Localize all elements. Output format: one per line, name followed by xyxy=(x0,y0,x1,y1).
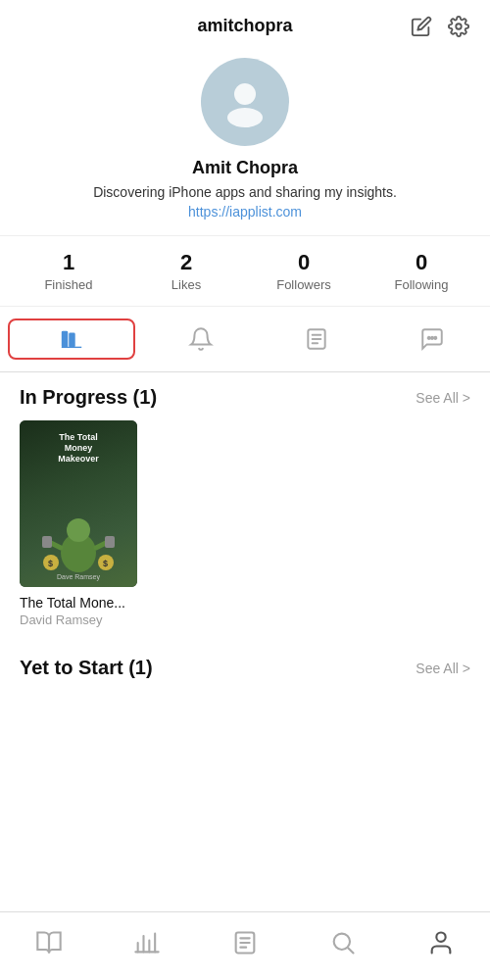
svg-point-11 xyxy=(431,337,433,339)
stat-following-label: Following xyxy=(395,277,449,292)
yet-to-start-section: Yet to Start (1) See All > xyxy=(0,643,490,699)
book-cover: The TotalMoneyMakeover xyxy=(20,420,137,587)
stat-finished-count: 1 xyxy=(63,250,74,275)
svg-point-34 xyxy=(436,932,445,941)
stat-followers[interactable]: 0 Followers xyxy=(245,250,363,292)
user-link[interactable]: https://iapplist.com xyxy=(188,204,302,220)
svg-point-14 xyxy=(67,518,90,542)
book-author: David Ramsey xyxy=(20,612,137,627)
edit-icon[interactable] xyxy=(410,15,433,38)
yet-to-start-see-all[interactable]: See All > xyxy=(416,661,470,676)
svg-point-10 xyxy=(428,337,430,339)
tab-messages[interactable] xyxy=(374,318,490,360)
stat-likes-label: Likes xyxy=(172,277,201,292)
bottom-nav-reading[interactable] xyxy=(0,929,98,956)
stat-followers-count: 0 xyxy=(298,250,310,275)
stat-finished[interactable]: 1 Finished xyxy=(10,250,127,292)
svg-line-33 xyxy=(348,948,353,953)
settings-icon[interactable] xyxy=(447,15,470,38)
header-actions xyxy=(410,15,470,38)
header-username: amitchopra xyxy=(197,16,292,36)
bottom-nav-profile[interactable] xyxy=(392,929,490,956)
stat-likes[interactable]: 2 Likes xyxy=(127,250,245,292)
stat-following[interactable]: 0 Following xyxy=(363,250,480,292)
stat-followers-label: Followers xyxy=(276,277,331,292)
svg-rect-4 xyxy=(69,333,75,348)
tab-notifications[interactable] xyxy=(143,318,259,360)
profile-tabs xyxy=(0,307,490,372)
stat-following-count: 0 xyxy=(416,250,427,275)
svg-rect-17 xyxy=(42,536,52,548)
yet-to-start-header: Yet to Start (1) See All > xyxy=(20,657,470,679)
bottom-nav xyxy=(0,911,490,980)
svg-point-0 xyxy=(456,24,462,29)
svg-point-32 xyxy=(334,933,350,949)
stat-likes-count: 2 xyxy=(180,250,192,275)
svg-rect-18 xyxy=(105,536,115,548)
tab-notes[interactable] xyxy=(259,318,374,360)
svg-point-2 xyxy=(227,108,263,127)
in-progress-see-all[interactable]: See All > xyxy=(416,390,470,406)
in-progress-title: In Progress (1) xyxy=(20,386,157,409)
avatar xyxy=(201,58,289,146)
in-progress-header: In Progress (1) See All > xyxy=(20,386,470,409)
in-progress-section: In Progress (1) See All > The TotalMoney… xyxy=(0,372,490,635)
profile-section: Amit Chopra Discovering iPhone apps and … xyxy=(0,48,490,235)
svg-point-1 xyxy=(234,83,256,105)
svg-point-12 xyxy=(434,337,436,339)
stats-row: 1 Finished 2 Likes 0 Followers 0 Followi… xyxy=(0,235,490,307)
bottom-nav-notes[interactable] xyxy=(196,929,294,956)
yet-to-start-title: Yet to Start (1) xyxy=(20,657,153,679)
book-card-total-money[interactable]: The TotalMoneyMakeover xyxy=(20,420,137,627)
bottom-nav-search[interactable] xyxy=(294,929,392,956)
stat-finished-label: Finished xyxy=(44,277,92,292)
book-title: The Total Mone... xyxy=(20,595,137,611)
tab-books[interactable] xyxy=(8,318,135,360)
svg-rect-3 xyxy=(62,331,69,348)
book-cover-title: The TotalMoneyMakeover xyxy=(58,432,99,464)
user-bio: Discovering iPhone apps and sharing my i… xyxy=(93,184,397,200)
header: amitchopra xyxy=(0,0,490,48)
bottom-nav-chart[interactable] xyxy=(98,929,196,956)
user-name: Amit Chopra xyxy=(192,158,298,178)
